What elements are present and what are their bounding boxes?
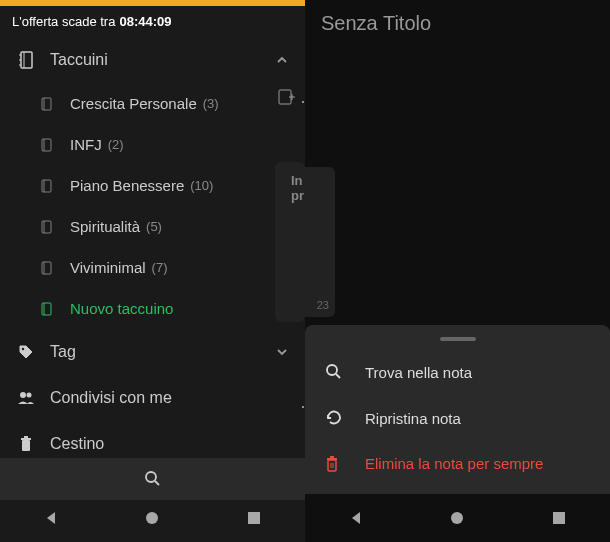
svg-rect-9 bbox=[42, 180, 51, 192]
notebook-item[interactable]: Crescita Personale (3) bbox=[20, 83, 305, 124]
android-nav bbox=[305, 494, 610, 542]
svg-rect-15 bbox=[42, 303, 51, 315]
sheet-handle[interactable] bbox=[440, 337, 476, 341]
search-bar[interactable] bbox=[0, 458, 305, 500]
restore-label: Ripristina nota bbox=[365, 410, 461, 427]
people-icon bbox=[16, 391, 36, 405]
nav-back-button[interactable] bbox=[346, 508, 366, 528]
notebook-label: Piano Benessere bbox=[70, 177, 184, 194]
nav-home-button[interactable] bbox=[447, 508, 467, 528]
shared-label: Condivisi con me bbox=[50, 389, 289, 407]
svg-rect-29 bbox=[248, 512, 260, 524]
offer-time: 08:44:09 bbox=[119, 14, 171, 29]
svg-rect-21 bbox=[21, 438, 31, 440]
left-screen: L'offerta scade tra 08:44:09 Taccuini Cr… bbox=[0, 0, 305, 542]
search-icon bbox=[325, 363, 347, 381]
notebook-icon bbox=[16, 51, 36, 69]
svg-line-31 bbox=[336, 374, 340, 378]
notebook-list: Crescita Personale (3) INFJ (2) Piano Be… bbox=[0, 83, 305, 329]
note-title: Senza Titolo bbox=[305, 0, 610, 47]
notebook-count: (3) bbox=[203, 96, 219, 111]
notebook-item[interactable]: Spiritualità (5) bbox=[20, 206, 305, 247]
notebook-item[interactable]: Piano Benessere (10) bbox=[20, 165, 305, 206]
right-screen: Senza Titolo In pr 23 Trova nella nota R… bbox=[305, 0, 610, 542]
restore-icon bbox=[325, 409, 347, 427]
chevron-down-icon bbox=[275, 345, 289, 359]
find-label: Trova nella nota bbox=[365, 364, 472, 381]
notebook-add-icon bbox=[40, 302, 56, 316]
svg-rect-34 bbox=[330, 456, 334, 458]
svg-point-26 bbox=[146, 472, 156, 482]
new-notebook-label: Nuovo taccuino bbox=[70, 300, 173, 317]
notebook-count: (5) bbox=[146, 219, 162, 234]
svg-rect-5 bbox=[42, 98, 51, 110]
svg-point-19 bbox=[27, 393, 32, 398]
tag-icon bbox=[16, 344, 36, 360]
svg-rect-33 bbox=[327, 458, 337, 460]
chevron-up-icon bbox=[275, 53, 289, 67]
notebook-item[interactable]: INFJ (2) bbox=[20, 124, 305, 165]
notebook-label: INFJ bbox=[70, 136, 102, 153]
notebook-label: Spiritualità bbox=[70, 218, 140, 235]
svg-line-27 bbox=[155, 481, 159, 485]
find-in-note-button[interactable]: Trova nella nota bbox=[305, 349, 610, 395]
svg-rect-0 bbox=[21, 52, 32, 68]
notebook-count: (10) bbox=[190, 178, 213, 193]
notebook-icon bbox=[40, 179, 56, 193]
note-add-icon[interactable] bbox=[277, 88, 295, 106]
notebooks-label: Taccuini bbox=[50, 51, 275, 69]
bottom-sheet: Trova nella nota Ripristina nota Elimina… bbox=[305, 325, 610, 494]
notebook-icon bbox=[40, 220, 56, 234]
notebook-count: (7) bbox=[152, 260, 168, 275]
tags-label: Tag bbox=[50, 343, 275, 361]
restore-note-button[interactable]: Ripristina nota bbox=[305, 395, 610, 441]
notebook-icon bbox=[40, 138, 56, 152]
notebook-icon bbox=[40, 97, 56, 111]
sidebar-shared[interactable]: Condivisi con me bbox=[0, 375, 305, 421]
offer-bar: L'offerta scade tra 08:44:09 bbox=[0, 0, 305, 37]
new-notebook-button[interactable]: Nuovo taccuino bbox=[20, 288, 305, 329]
svg-rect-32 bbox=[328, 460, 336, 471]
svg-point-30 bbox=[327, 365, 337, 375]
nav-recent-button[interactable] bbox=[549, 508, 569, 528]
notebook-label: Viviminimal bbox=[70, 259, 146, 276]
svg-point-18 bbox=[20, 392, 26, 398]
search-icon bbox=[144, 470, 162, 488]
nav-home-button[interactable] bbox=[142, 508, 162, 528]
notebook-label: Crescita Personale bbox=[70, 95, 197, 112]
svg-point-37 bbox=[451, 512, 463, 524]
svg-rect-7 bbox=[42, 139, 51, 151]
svg-rect-38 bbox=[553, 512, 565, 524]
sidebar-notebooks-header[interactable]: Taccuini bbox=[0, 37, 305, 83]
svg-rect-20 bbox=[22, 440, 30, 451]
svg-rect-13 bbox=[42, 262, 51, 274]
svg-point-28 bbox=[146, 512, 158, 524]
notebook-item[interactable]: Viviminimal (7) bbox=[20, 247, 305, 288]
svg-rect-11 bbox=[42, 221, 51, 233]
svg-point-17 bbox=[22, 348, 24, 350]
notebook-icon bbox=[40, 261, 56, 275]
delete-forever-button[interactable]: Elimina la nota per sempre bbox=[305, 441, 610, 486]
note-card[interactable]: In pr 23 bbox=[285, 167, 335, 317]
delete-label: Elimina la nota per sempre bbox=[365, 455, 543, 472]
notebook-count: (2) bbox=[108, 137, 124, 152]
android-nav bbox=[0, 494, 305, 542]
trash-label: Cestino bbox=[50, 435, 289, 453]
svg-rect-22 bbox=[24, 436, 28, 438]
trash-icon bbox=[325, 456, 347, 472]
nav-back-button[interactable] bbox=[41, 508, 61, 528]
offer-text: L'offerta scade tra bbox=[12, 14, 115, 29]
trash-icon bbox=[16, 436, 36, 452]
sidebar-tags[interactable]: Tag bbox=[0, 329, 305, 375]
nav-recent-button[interactable] bbox=[244, 508, 264, 528]
